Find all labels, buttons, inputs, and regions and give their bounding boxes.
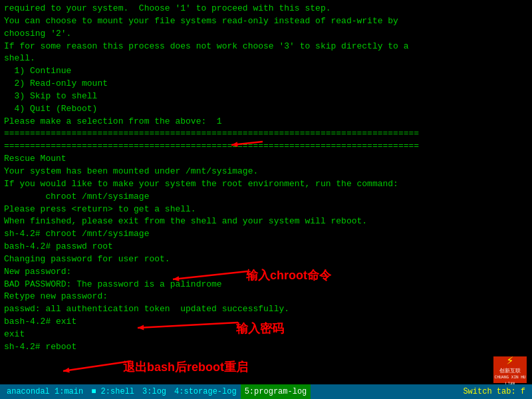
terminal-line: sh-4.2# chroot /mnt/sysimage: [4, 228, 528, 241]
terminal-line: choosing '2'.: [4, 28, 528, 41]
terminal-line: Your system has been mounted under /mnt/…: [4, 166, 528, 178]
terminal-line: bash-4.2# exit: [4, 316, 528, 329]
tab-main[interactable]: anacondal 1:main: [3, 384, 87, 399]
terminal-line: BAD PASSWORD: The password is a palindro…: [4, 279, 528, 291]
statusbar: anacondal 1:main ■ 2:shell 3:log 4:stora…: [0, 384, 532, 399]
terminal-line: 1) Continue: [4, 65, 528, 78]
terminal-line: sh-4.2# reboot: [4, 341, 528, 354]
tab-switch-label: Switch tab: f: [459, 387, 529, 396]
terminal-line: You can choose to mount your file system…: [4, 15, 528, 28]
terminal-line: When finished, please exit from the shel…: [4, 215, 528, 228]
terminal-line: passwd: all authentication token updated…: [4, 303, 528, 316]
tab-log[interactable]: 3:log: [138, 384, 170, 399]
logo-area: ⚡ 创新互联CHUANG XIN HU LIAN: [493, 356, 527, 383]
terminal-line: Retype new password:: [4, 291, 528, 303]
logo-box: ⚡ 创新互联CHUANG XIN HU LIAN: [493, 356, 527, 383]
terminal-line: If you would like to make your system th…: [4, 178, 528, 191]
terminal-line: ========================================…: [4, 140, 528, 153]
terminal-line: 2) Read-only mount: [4, 78, 528, 90]
terminal-line: shell.: [4, 53, 528, 65]
tab-program-log[interactable]: 5:program-log: [241, 384, 311, 399]
terminal-line: New password:: [4, 266, 528, 279]
terminal-line: chroot /mnt/sysimage: [4, 191, 528, 203]
terminal-line: If for some reason this process does not…: [4, 41, 528, 53]
terminal-screen: required to your system. Choose '1' to p…: [0, 0, 532, 384]
terminal-line: Changing password for user root.: [4, 253, 528, 266]
tab-storage-log[interactable]: 4:storage-log: [170, 384, 241, 399]
logo-icon: ⚡: [507, 353, 514, 368]
terminal-line: ========================================…: [4, 128, 528, 140]
tab-shell[interactable]: ■ 2:shell: [87, 384, 138, 399]
terminal-line: 3) Skip to shell: [4, 90, 528, 103]
terminal-line: Please press <return> to get a shell.: [4, 203, 528, 216]
terminal-line: required to your system. Choose '1' to p…: [4, 3, 528, 15]
terminal-line: Please make a selection from the above: …: [4, 116, 528, 128]
terminal-line: Rescue Mount: [4, 153, 528, 166]
terminal-line: 4) Quit (Reboot): [4, 103, 528, 116]
terminal-line: bash-4.2# passwd root: [4, 241, 528, 253]
terminal-line: exit: [4, 329, 528, 341]
